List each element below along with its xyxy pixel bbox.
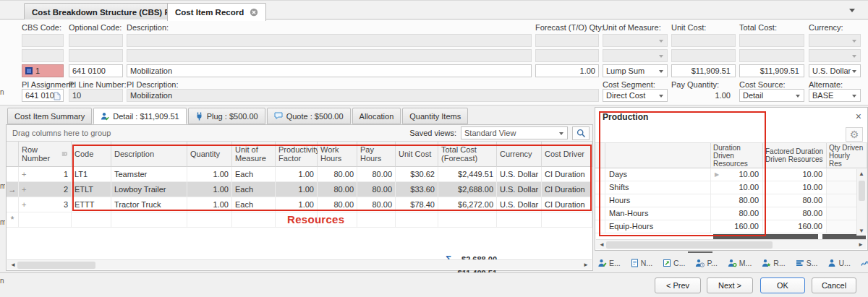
- table-row[interactable]: Equip-Hours 160.00 160.00: [595, 220, 867, 233]
- grid-cell[interactable]: Each: [232, 197, 276, 212]
- grid-cell[interactable]: [357, 212, 396, 228]
- cost-source-dropdown[interactable]: Detail: [739, 89, 804, 102]
- table-row[interactable]: Man-Hours 80.00 80.00: [595, 207, 867, 220]
- grid-cell[interactable]: U.S. Dollar: [497, 197, 542, 212]
- grid-cell[interactable]: $6,272.00: [438, 197, 497, 212]
- table-row[interactable]: Days ▶10.00 10.00: [595, 168, 867, 181]
- scroll-right-icon[interactable]: ►: [583, 261, 589, 270]
- total-cost-field[interactable]: $11,909.51: [739, 64, 804, 77]
- column-header-work-hours[interactable]: Work Hours: [318, 142, 357, 167]
- column-header-unit-cost[interactable]: Unit Cost: [396, 142, 438, 167]
- scroll-right-icon[interactable]: ►: [858, 241, 864, 249]
- grid-cell[interactable]: 80.00: [763, 194, 827, 207]
- grid-cell[interactable]: 10.00: [711, 181, 763, 194]
- close-icon[interactable]: ×: [856, 111, 861, 122]
- scroll-down-icon[interactable]: ▼: [859, 228, 864, 234]
- column-header-duration-driven[interactable]: Duration Driven Resources: [711, 143, 763, 168]
- dock-tab-benchmark[interactable]: B...: [861, 259, 868, 267]
- grid-cell[interactable]: 80.00: [357, 197, 396, 212]
- column-header-code[interactable]: Code: [72, 142, 111, 167]
- column-header-description[interactable]: Description: [111, 142, 187, 167]
- grid-cell[interactable]: 80.00: [357, 167, 396, 182]
- scrollbar-thumb[interactable]: [606, 241, 773, 249]
- grid-cell[interactable]: U.S. Dollar: [497, 167, 542, 182]
- column-header-uom[interactable]: Unit of Measure: [232, 142, 276, 167]
- pi-assignment-field[interactable]: 641 0100: [22, 89, 64, 102]
- tab-allocation[interactable]: Allocation: [352, 108, 401, 124]
- grid-cell[interactable]: Teamster: [111, 167, 187, 182]
- table-row-selected[interactable]: → +2 ETLT Lowboy Trailer 1.00 Each 1.00 …: [7, 182, 592, 197]
- grid-cell[interactable]: 1.00: [276, 182, 318, 197]
- grid-cell[interactable]: 80.00: [711, 207, 763, 220]
- grid-cell[interactable]: 160.00: [763, 220, 827, 233]
- grid-cell[interactable]: $78.40: [396, 197, 438, 212]
- prev-button[interactable]: < Prev: [655, 277, 701, 293]
- grid-cell[interactable]: 10.00: [763, 181, 827, 194]
- tab-detail[interactable]: Detail : $11,909.51: [93, 108, 187, 124]
- cancel-button[interactable]: Cancel: [812, 277, 856, 293]
- grid-cell[interactable]: 1.00: [276, 197, 318, 212]
- cost-segment-dropdown[interactable]: Direct Cost: [603, 89, 668, 102]
- row-number-cell[interactable]: +3: [19, 197, 72, 212]
- column-header-row-number[interactable]: Row Number: [19, 142, 72, 167]
- grid-cell[interactable]: [111, 212, 187, 228]
- grid-cell[interactable]: [72, 212, 111, 228]
- column-header-quantity[interactable]: Quantity: [187, 142, 232, 167]
- unit-cost-field[interactable]: $11,909.51: [671, 64, 736, 77]
- group-by-bar[interactable]: Drag columns here to group Saved views: …: [7, 125, 592, 142]
- grid-cell[interactable]: ETLT: [72, 182, 111, 197]
- row-number-cell[interactable]: +1: [19, 167, 72, 182]
- production-vertical-scrollbar[interactable]: ▲ ▼: [856, 169, 867, 236]
- grid-cell[interactable]: 1.00: [276, 167, 318, 182]
- table-row[interactable]: +1 LT1 Teamster 1.00 Each 1.00 80.00 80.…: [7, 167, 592, 182]
- grid-cell[interactable]: 80.00: [357, 182, 396, 197]
- column-header-pay-hours[interactable]: Pay Hours: [357, 142, 396, 167]
- grid-cell[interactable]: 80.00: [711, 194, 763, 207]
- column-header-factored-duration[interactable]: Factored Duration Driven Resources: [763, 143, 827, 168]
- grid-cell[interactable]: [19, 212, 72, 228]
- saved-views-dropdown[interactable]: Standard View: [461, 126, 568, 139]
- expand-icon[interactable]: +: [22, 167, 26, 181]
- grid-cell[interactable]: Each: [232, 182, 276, 197]
- grid-horizontal-scrollbar[interactable]: ◄ ►: [7, 259, 592, 270]
- column-header-qty-driven[interactable]: Qty Driven Hourly Res: [827, 143, 867, 168]
- document-icon[interactable]: [54, 92, 61, 100]
- grid-cell[interactable]: U.S. Dollar: [497, 182, 542, 197]
- forecast-qty-field[interactable]: 1.00: [535, 64, 599, 77]
- currency-dropdown[interactable]: U.S. Dollar: [809, 64, 861, 77]
- expand-icon[interactable]: +: [22, 182, 26, 197]
- grid-cell[interactable]: $2,688.00: [438, 182, 497, 197]
- grid-cell[interactable]: [396, 212, 438, 228]
- production-horizontal-scrollbar[interactable]: ◄ ►: [596, 239, 867, 249]
- description-field[interactable]: Mobilization: [127, 64, 532, 77]
- tab-quantity-items[interactable]: Quantity Items: [402, 108, 468, 124]
- grid-cell[interactable]: CI Duration: [542, 182, 592, 197]
- table-row[interactable]: Shifts 10.00 10.00: [595, 181, 867, 194]
- grid-cell[interactable]: $2,449.51: [438, 167, 497, 182]
- dock-tab-add-member[interactable]: M...: [728, 259, 752, 267]
- table-row[interactable]: +3 ETTT Tractor Truck 1.00 Each 1.00 80.…: [7, 197, 592, 212]
- grid-cell[interactable]: 160.00: [711, 220, 763, 233]
- expand-icon[interactable]: +: [22, 197, 26, 212]
- dock-tab-copy[interactable]: C...: [663, 259, 685, 267]
- grid-cell[interactable]: [542, 212, 592, 228]
- grid-cell[interactable]: [438, 212, 497, 228]
- column-header-currency[interactable]: Currency: [497, 142, 542, 167]
- dock-tab-resources[interactable]: R...: [762, 259, 785, 267]
- tab-cost-item-summary[interactable]: Cost Item Summary: [7, 108, 92, 124]
- tab-quote[interactable]: Quote : $500.00: [267, 108, 351, 124]
- dock-tab-employees[interactable]: E...: [597, 259, 621, 267]
- scrollbar-segment[interactable]: [713, 234, 818, 239]
- scrollbar-thumb[interactable]: [859, 181, 865, 201]
- grid-cell[interactable]: Each: [232, 167, 276, 182]
- scrollbar-thumb[interactable]: [17, 262, 95, 269]
- grid-cell[interactable]: 10.00: [763, 168, 827, 181]
- grid-cell[interactable]: 80.00: [763, 207, 827, 220]
- row-number-cell[interactable]: +2: [19, 182, 72, 197]
- tab-plug[interactable]: Plug : $500.00: [188, 108, 265, 124]
- tab-list-dropdown-icon[interactable]: [849, 9, 855, 12]
- grid-cell[interactable]: CI Duration: [542, 197, 592, 212]
- grid-cell[interactable]: Lowboy Trailer: [111, 182, 187, 197]
- dock-tab-schedule[interactable]: S...: [796, 259, 818, 267]
- grid-cell[interactable]: ▶10.00: [711, 168, 763, 181]
